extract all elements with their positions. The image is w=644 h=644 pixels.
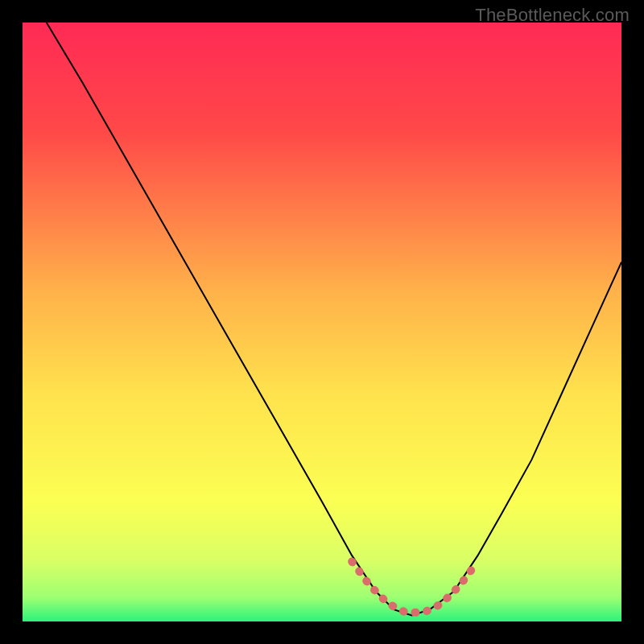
chart-svg	[23, 23, 621, 621]
chart-container	[23, 23, 621, 621]
chart-background	[23, 23, 621, 621]
chart-surface	[23, 23, 621, 621]
watermark-text: TheBottleneck.com	[475, 5, 630, 26]
